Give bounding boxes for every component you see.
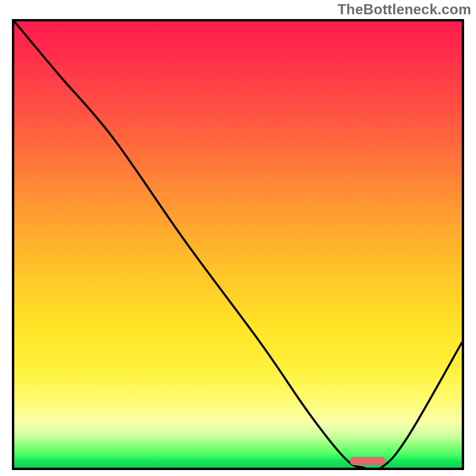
plot-area	[12, 19, 464, 470]
watermark-text: TheBottleneck.com	[337, 1, 471, 18]
chart-stage: TheBottleneck.com	[0, 0, 476, 476]
curve-path	[14, 21, 462, 468]
bottleneck-curve	[14, 21, 462, 468]
optimal-marker	[350, 457, 386, 465]
